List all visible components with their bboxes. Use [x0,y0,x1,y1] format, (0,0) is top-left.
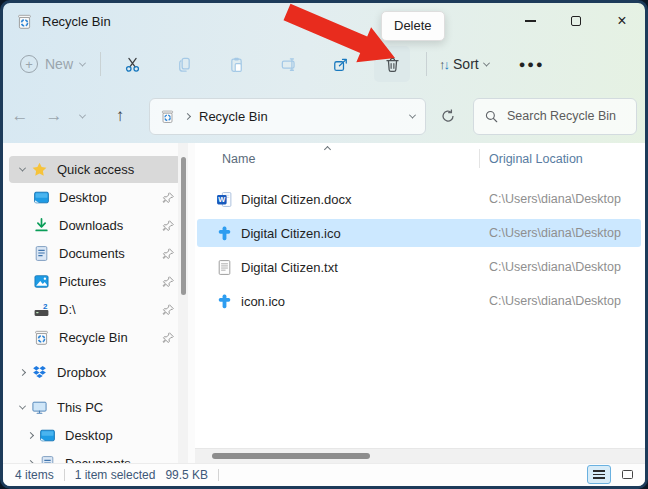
refresh-icon [440,108,456,124]
address-dropdown-button[interactable] [409,111,416,118]
pin-icon [162,219,175,232]
large-icons-view-button[interactable] [615,465,639,484]
sidebar-item-quick-access[interactable]: Quick access [9,156,181,183]
window-title: Recycle Bin [42,14,111,29]
minimize-button[interactable] [507,3,553,39]
pin-icon [162,303,175,316]
pin-icon [162,247,175,260]
maximize-icon [571,16,581,26]
sidebar-item-label: Quick access [57,162,134,177]
selection-count: 1 item selected [75,468,156,482]
file-original-location: C:\Users\diana\Desktop [489,192,621,206]
chevron-down-icon [18,165,25,172]
status-divider [218,469,219,481]
sidebar-item-dropbox[interactable]: Dropbox [9,359,181,386]
close-button[interactable]: × [599,3,645,39]
file-row[interactable]: Digital Citizen.txt C:\Users\diana\Deskt… [197,253,641,281]
navigation-pane: Quick access Desktop Downloads Documents… [3,143,195,463]
chevron-down-icon [79,59,86,66]
back-button[interactable]: ← [3,106,37,126]
search-box[interactable] [473,98,637,135]
sort-button[interactable]: ↑↓ Sort [439,56,489,72]
column-header-original-location[interactable]: Original Location [489,152,583,166]
file-name: Digital Citizen.ico [241,226,341,241]
forward-button[interactable]: → [37,106,71,126]
sidebar-item-recycle-bin[interactable]: Recycle Bin [9,324,181,351]
column-headers: Name Original Location [195,143,645,173]
chevron-down-icon [18,403,25,410]
horizontal-scrollbar-track[interactable] [195,448,645,463]
chevron-right-icon [26,432,33,439]
share-button[interactable] [322,46,358,82]
this-pc-icon [31,399,48,416]
copy-button[interactable] [166,46,202,82]
sidebar-item-label: This PC [57,400,103,415]
status-divider [64,469,65,481]
chevron-right-icon [184,112,191,119]
sort-arrows-icon: ↑↓ [439,57,448,72]
delete-button[interactable] [374,46,410,82]
recycle-bin-icon [16,13,33,30]
large-icons-view-icon [622,470,633,479]
sidebar-item-this-pc[interactable]: This PC [9,394,181,421]
copy-icon [176,56,193,73]
address-box[interactable]: Recycle Bin [149,98,426,135]
file-row[interactable]: icon.ico C:\Users\diana\Desktop [197,287,641,315]
details-view-icon [593,470,605,479]
ico-file-icon [216,293,233,310]
cut-button[interactable] [114,46,150,82]
recent-locations-button[interactable] [71,114,93,119]
sidebar-item-pictures[interactable]: Pictures [9,268,181,295]
pin-icon [162,331,175,344]
sidebar-item-downloads[interactable]: Downloads [9,212,181,239]
file-row[interactable]: W Digital Citizen.docx C:\Users\diana\De… [197,185,641,213]
content-area: Quick access Desktop Downloads Documents… [3,143,645,463]
items-count: 4 items [15,468,54,482]
chevron-down-icon [483,59,490,66]
sidebar-item-label: D:\ [59,302,76,317]
breadcrumb[interactable]: Recycle Bin [199,109,268,124]
delete-tooltip: Delete [381,11,445,41]
refresh-button[interactable] [431,108,465,124]
svg-text:2: 2 [43,302,48,311]
chevron-down-icon [78,111,85,118]
title-bar: Recycle Bin × [3,3,645,39]
details-view-button[interactable] [587,465,611,484]
paste-button[interactable] [218,46,254,82]
sidebar-item-d-drive[interactable]: 2 D:\ [9,296,181,323]
sort-button-label: Sort [453,56,479,72]
command-toolbar: + New [3,41,645,87]
column-divider[interactable] [479,149,480,168]
documents-icon [33,245,50,262]
sidebar-item-label: Recycle Bin [59,330,128,345]
sidebar-item-label: Downloads [59,218,123,233]
file-list: Name Original Location W Digital Citizen… [195,143,645,463]
sidebar-item-label: Dropbox [57,365,106,380]
drive-icon: 2 [33,301,50,318]
file-original-location: C:\Users\diana\Desktop [489,226,621,240]
dropbox-icon [31,364,48,381]
sidebar-item-desktop-pc[interactable]: Desktop [9,422,181,449]
maximize-button[interactable] [553,3,599,39]
search-input[interactable] [507,109,626,123]
sidebar-item-desktop[interactable]: Desktop [9,184,181,211]
file-name: Digital Citizen.txt [241,260,338,275]
see-more-button[interactable]: ●●● [519,58,545,70]
scissors-icon [124,56,141,73]
rename-button[interactable] [270,46,306,82]
sidebar-item-label: Desktop [59,190,107,205]
new-button-label: New [45,56,73,72]
recycle-bin-icon [160,109,175,124]
word-document-icon: W [216,191,233,208]
sidebar-item-label: Documents [59,246,125,261]
up-button[interactable]: ↑ [103,106,137,126]
desktop-icon [39,427,56,444]
sidebar-item-documents[interactable]: Documents [9,240,181,267]
share-icon [332,56,349,73]
file-row-selected[interactable]: Digital Citizen.ico C:\Users\diana\Deskt… [197,219,641,247]
column-header-name[interactable]: Name [222,152,255,166]
sidebar-scrollbar-thumb[interactable] [181,157,186,295]
horizontal-scrollbar-thumb[interactable] [212,453,370,459]
file-name: Digital Citizen.docx [241,192,352,207]
new-button[interactable]: + New [20,55,85,73]
